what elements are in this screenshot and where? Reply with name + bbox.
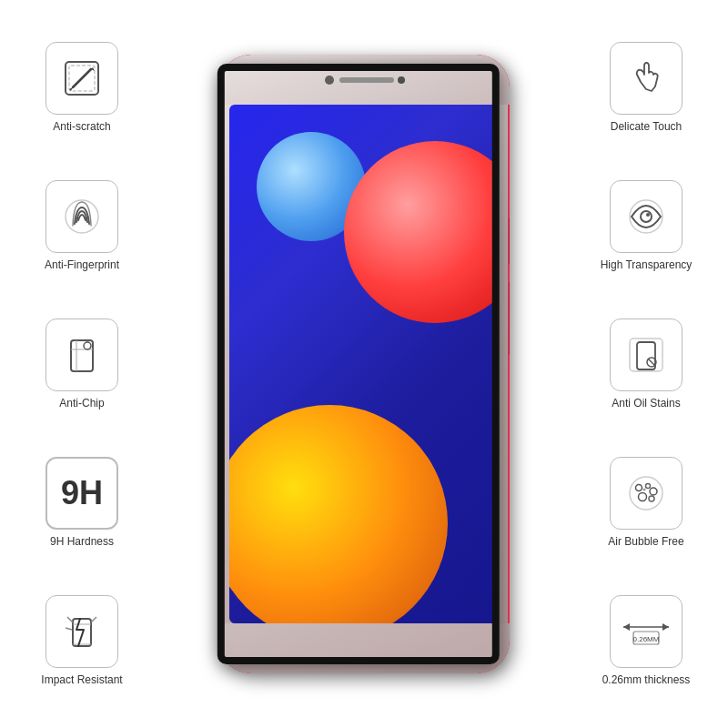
delicate-touch-label: Delicate Touch bbox=[611, 120, 682, 133]
9h-box: 9H bbox=[46, 457, 118, 530]
9h-text: 9H bbox=[61, 474, 103, 512]
air-bubble-box bbox=[610, 457, 682, 530]
anti-oil-box bbox=[610, 318, 682, 391]
delicate-touch-box bbox=[610, 42, 682, 115]
anti-chip-box bbox=[46, 318, 118, 391]
svg-point-23 bbox=[630, 477, 662, 510]
svg-point-29 bbox=[643, 489, 646, 491]
air-bubble-label: Air Bubble Free bbox=[608, 535, 683, 548]
feature-anti-scratch: Anti-scratch bbox=[46, 42, 118, 133]
chip-icon bbox=[60, 333, 104, 377]
svg-rect-20 bbox=[637, 342, 655, 369]
svg-point-26 bbox=[650, 488, 657, 495]
side-button-2 bbox=[509, 282, 510, 355]
fingerprint-icon bbox=[60, 195, 104, 238]
svg-line-15 bbox=[66, 628, 72, 630]
anti-scratch-box bbox=[46, 42, 118, 115]
feature-anti-oil: Anti Oil Stains bbox=[610, 318, 682, 410]
svg-line-2 bbox=[73, 69, 91, 87]
svg-point-9 bbox=[84, 342, 91, 349]
feature-thickness: 0.26MM 0.26mm thickness bbox=[602, 595, 691, 686]
svg-line-13 bbox=[67, 617, 73, 622]
side-button-1 bbox=[509, 218, 510, 264]
transparency-label: High Transparency bbox=[601, 258, 693, 271]
bubble-icon bbox=[624, 471, 668, 515]
svg-point-5 bbox=[66, 200, 98, 233]
svg-point-27 bbox=[639, 493, 647, 501]
feature-air-bubble: Air Bubble Free bbox=[608, 457, 683, 548]
glass-overlay bbox=[217, 64, 500, 664]
feature-impact: Impact Resistant bbox=[41, 595, 122, 686]
feature-anti-fingerprint: Anti-Fingerprint bbox=[45, 180, 119, 271]
svg-point-18 bbox=[646, 213, 650, 217]
transparency-box bbox=[610, 180, 682, 253]
thickness-box: 0.26MM bbox=[610, 595, 682, 668]
svg-line-14 bbox=[91, 617, 96, 622]
svg-point-25 bbox=[646, 484, 651, 489]
svg-line-22 bbox=[648, 359, 655, 366]
anti-chip-label: Anti-Chip bbox=[59, 397, 104, 410]
thickness-label: 0.26mm thickness bbox=[602, 673, 691, 686]
impact-icon bbox=[60, 610, 104, 653]
features-left: Anti-scratch Anti-Fingerprint bbox=[9, 0, 155, 728]
svg-marker-31 bbox=[623, 623, 630, 631]
feature-9h: 9H 9H Hardness bbox=[46, 457, 118, 548]
anti-scratch-label: Anti-scratch bbox=[53, 120, 110, 133]
anti-fingerprint-box bbox=[46, 180, 118, 253]
svg-text:0.26MM: 0.26MM bbox=[633, 635, 660, 643]
features-right: Delicate Touch High Transparency bbox=[573, 0, 719, 728]
feature-delicate-touch: Delicate Touch bbox=[610, 42, 682, 133]
svg-point-24 bbox=[636, 485, 642, 491]
svg-rect-6 bbox=[71, 340, 93, 371]
impact-label: Impact Resistant bbox=[41, 673, 122, 686]
feature-transparency: High Transparency bbox=[601, 180, 693, 271]
impact-box bbox=[46, 595, 118, 668]
svg-marker-4 bbox=[91, 67, 95, 71]
svg-point-17 bbox=[641, 211, 652, 222]
9h-label: 9H Hardness bbox=[50, 535, 114, 548]
scratch-icon bbox=[60, 56, 104, 100]
touch-icon bbox=[624, 56, 668, 100]
svg-marker-32 bbox=[662, 623, 669, 631]
svg-rect-19 bbox=[630, 339, 662, 371]
svg-point-28 bbox=[649, 496, 654, 501]
anti-fingerprint-label: Anti-Fingerprint bbox=[45, 258, 119, 271]
anti-oil-label: Anti Oil Stains bbox=[612, 397, 680, 410]
feature-anti-chip: Anti-Chip bbox=[46, 318, 118, 410]
thickness-svg-icon: 0.26MM bbox=[619, 609, 673, 654]
oil-icon bbox=[624, 333, 668, 377]
eye-icon bbox=[624, 195, 668, 238]
main-container: Anti-scratch Anti-Fingerprint bbox=[0, 0, 728, 728]
